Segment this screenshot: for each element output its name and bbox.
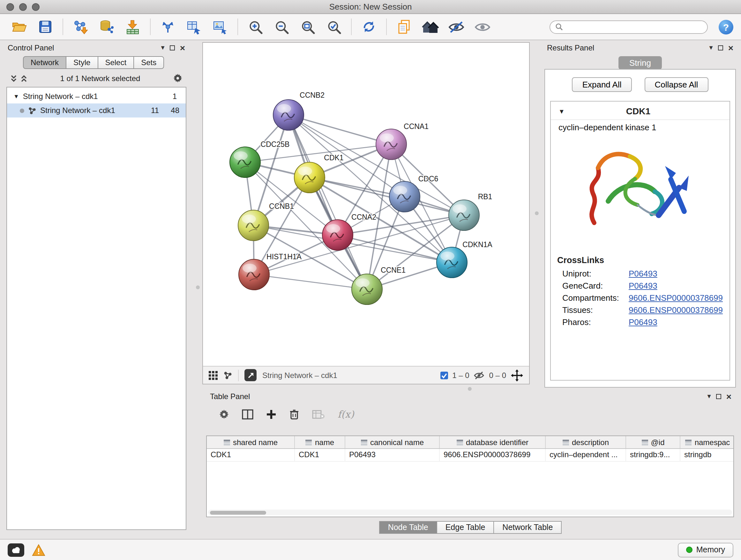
panel-menu-icon[interactable]: ▾: [710, 44, 713, 51]
tab-sets[interactable]: Sets: [133, 56, 164, 69]
pharos-link[interactable]: P06493: [629, 317, 657, 327]
new-network-from-selection-button[interactable]: [183, 17, 205, 37]
splitter-handle[interactable]: [535, 211, 539, 215]
column-header-name[interactable]: name: [295, 436, 345, 448]
cell-shared-name: CDK1: [207, 449, 295, 461]
network-collection-label: String Network – cdk1: [23, 92, 98, 101]
columns-icon[interactable]: [242, 409, 253, 419]
column-header-database-identifier[interactable]: database identifier: [440, 436, 546, 448]
copy-style-button[interactable]: [393, 17, 415, 37]
import-network-database-button[interactable]: [95, 17, 118, 37]
tab-style[interactable]: Style: [66, 56, 98, 69]
search-input[interactable]: [566, 22, 702, 31]
warning-icon[interactable]: [32, 544, 45, 556]
apply-layout-button[interactable]: [357, 17, 381, 37]
tissues-link[interactable]: 9606.ENSP00000378699: [629, 305, 723, 315]
zoom-out-button[interactable]: [270, 17, 293, 37]
move-crosshair-icon[interactable]: [511, 369, 523, 381]
export-image-button[interactable]: [209, 17, 232, 37]
compartments-link[interactable]: 9606.ENSP00000378699: [629, 293, 723, 303]
panel-menu-icon[interactable]: ▾: [708, 393, 711, 400]
section-expanded-icon[interactable]: ▼: [558, 108, 565, 115]
network-view-panel: CCNB2CCNA1CDC25BCDK1CDC6RB1CCNB1CCNA2CDK…: [202, 42, 530, 384]
horizontal-scrollbar[interactable]: [208, 509, 732, 515]
open-session-button[interactable]: [8, 17, 30, 37]
panel-menu-icon[interactable]: ▾: [161, 44, 165, 51]
collapse-all-icon[interactable]: [10, 74, 17, 82]
genecard-link[interactable]: P06493: [629, 281, 657, 291]
panel-close-icon[interactable]: ×: [180, 43, 185, 52]
import-table-button[interactable]: [121, 17, 144, 37]
gear-icon[interactable]: [219, 409, 229, 419]
hide-unhide-button[interactable]: [445, 17, 468, 37]
zoom-fit-button[interactable]: [296, 17, 319, 37]
splitter-handle[interactable]: [196, 286, 200, 289]
import-table-icon: [125, 19, 140, 35]
memory-button[interactable]: Memory: [678, 543, 733, 557]
expand-all-button[interactable]: Expand All: [572, 77, 632, 92]
window-zoom-button[interactable]: [32, 3, 40, 10]
tab-edge-table[interactable]: Edge Table: [436, 521, 494, 534]
tab-select[interactable]: Select: [97, 56, 134, 69]
expand-all-icon[interactable]: [20, 74, 27, 82]
trash-icon[interactable]: [289, 408, 299, 420]
zoom-selected-button[interactable]: [322, 17, 345, 37]
svg-text:CDKN1A: CDKN1A: [462, 240, 492, 249]
hidden-eye-icon[interactable]: [474, 371, 485, 380]
svg-text:CCNB2: CCNB2: [300, 91, 325, 99]
import-network-file-button[interactable]: [69, 17, 92, 37]
sort-icon: [360, 439, 367, 445]
app-statusbar: Memory: [0, 539, 741, 560]
crosslinks-heading: CrossLinks: [557, 255, 723, 265]
network-row[interactable]: String Network – cdk1 11 48: [7, 104, 186, 118]
panel-float-icon[interactable]: [716, 394, 721, 399]
gene-description: cyclin–dependent kinase 1: [551, 120, 730, 132]
column-header-namespace[interactable]: namespac: [680, 436, 734, 448]
panel-float-icon[interactable]: [170, 45, 175, 50]
grid-view-icon[interactable]: [209, 371, 218, 380]
network-selection-status: 1 of 1 Network selected: [30, 74, 170, 83]
zoom-in-button[interactable]: [244, 17, 267, 37]
tree-expanded-icon[interactable]: ▼: [13, 93, 19, 100]
network-collection-row[interactable]: ▼ String Network – cdk1 1: [7, 89, 186, 104]
collapse-all-button[interactable]: Collapse All: [645, 77, 709, 92]
tab-string[interactable]: String: [618, 56, 662, 70]
network-graph[interactable]: CCNB2CCNA1CDC25BCDK1CDC6RB1CCNB1CCNA2CDK…: [203, 43, 529, 366]
title-bar: Session: New Session: [0, 0, 741, 14]
add-row-plus-icon[interactable]: [266, 409, 276, 419]
network-share-icon[interactable]: [223, 371, 232, 380]
help-button[interactable]: ?: [719, 19, 733, 34]
save-floppy-icon: [38, 20, 52, 34]
gear-icon[interactable]: [173, 73, 183, 83]
open-in-browser-button[interactable]: [245, 369, 257, 381]
save-session-button[interactable]: [34, 17, 57, 37]
tab-network[interactable]: Network: [23, 56, 66, 69]
splitter-handle[interactable]: [468, 387, 472, 391]
column-header-description[interactable]: description: [546, 436, 626, 448]
tab-network-table[interactable]: Network Table: [493, 521, 562, 534]
cybrowser-home-button[interactable]: [419, 17, 442, 37]
scrollbar-thumb[interactable]: [210, 510, 266, 514]
memory-label: Memory: [696, 545, 725, 554]
first-neighbors-button[interactable]: [156, 17, 179, 37]
panel-close-icon[interactable]: ×: [728, 43, 733, 52]
selected-checkbox-icon[interactable]: [440, 371, 448, 379]
show-all-button[interactable]: [471, 17, 494, 37]
tab-node-table[interactable]: Node Table: [379, 521, 437, 534]
panel-float-icon[interactable]: [718, 45, 723, 50]
panel-close-icon[interactable]: ×: [726, 392, 731, 401]
column-header-shared-name[interactable]: shared name: [207, 436, 295, 448]
window-minimize-button[interactable]: [19, 3, 27, 10]
uniprot-link[interactable]: P06493: [629, 269, 657, 278]
column-header-canonical-name[interactable]: canonical name: [345, 436, 440, 448]
cloud-services-button[interactable]: [8, 543, 24, 557]
delete-table-icon[interactable]: [312, 410, 325, 419]
function-builder-icon[interactable]: f(x): [338, 408, 354, 420]
column-header-id[interactable]: @id: [626, 436, 680, 448]
import-database-icon: [99, 19, 114, 35]
crosslink-label: GeneCard:: [562, 281, 629, 291]
window-close-button[interactable]: [6, 3, 14, 10]
table-toolbar: f(x): [206, 401, 735, 422]
table-row[interactable]: CDK1 CDK1 P06493 9606.ENSP00000378699 cy…: [207, 449, 733, 462]
network-canvas[interactable]: CCNB2CCNA1CDC25BCDK1CDC6RB1CCNB1CCNA2CDK…: [203, 43, 529, 366]
